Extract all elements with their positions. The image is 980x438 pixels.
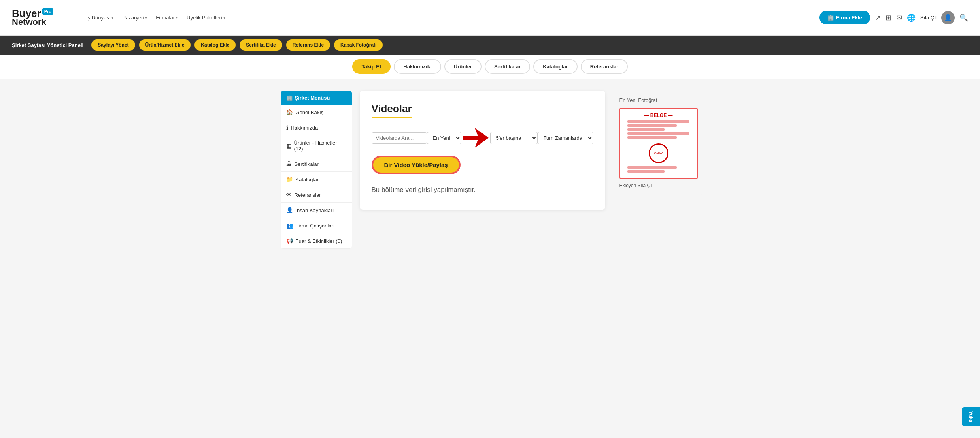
sidebar-item-referanslar[interactable]: 👁 Referanslar [281,187,352,203]
logo[interactable]: Buyer Pro Network [12,8,75,27]
user-label: Sıla Çil [920,15,937,21]
doc-line [627,136,677,139]
event-icon: 📢 [286,238,293,244]
doc-line [627,170,665,173]
doc-line [627,120,689,123]
sidebar-item-urunler[interactable]: ▦ Ürünler - Hizmetler (12) [281,135,352,156]
search-input[interactable] [372,132,427,144]
sidebar-item-fuar-etkinlikler[interactable]: 📢 Fuar & Etkinlikler (0) [281,233,352,249]
header-actions: 🏢 Firma Ekle ↗ ⊞ ✉ 🌐 Sıla Çil 👤 🔍 [819,11,968,24]
main-nav: İş Dünyası ▾ Pazaryeri ▾ Firmalar ▾ Üyel… [83,13,812,22]
upload-video-button[interactable]: Bir Video Yükle/Paylaş [372,156,461,174]
videos-toolbar: En Yeni En Eski 5'er başına 10'ar başına… [372,128,593,148]
upload-btn-wrapper: Bir Video Yükle/Paylaş [372,156,461,174]
logo-network-text: Network [12,17,53,27]
tab-hakkimizda[interactable]: Hakkımızda [394,59,441,74]
photo-panel: En Yeni Fotoğraf — BELGE — ONAY [613,91,704,195]
doc-line [627,124,677,127]
tab-kataloglar[interactable]: Kataloglar [533,59,578,74]
team-icon: 👥 [286,222,293,229]
mail-icon[interactable]: ✉ [896,13,902,22]
sayfayi-yonet-button[interactable]: Sayfayı Yönet [91,39,135,51]
chevron-down-icon: ▾ [145,15,147,20]
kapak-fotografi-button[interactable]: Kapak Fotoğrafı [334,39,383,51]
admin-bar: Şirket Sayfası Yönetici Paneli Sayfayı Y… [0,36,980,55]
doc-line [627,128,665,131]
tab-sertifikalar[interactable]: Sertifikalar [485,59,530,74]
per-page-select[interactable]: 5'er başına 10'ar başına 20'şer başına [490,132,538,144]
logo-pro-badge: Pro [42,8,53,15]
sidebar-item-kataloglar[interactable]: 📁 Kataloglar [281,172,352,187]
admin-bar-title: Şirket Sayfası Yönetici Paneli [12,42,83,48]
nav-item-pazaryeri[interactable]: Pazaryeri ▾ [119,13,150,22]
doc-lines [627,120,689,140]
tab-takip-et[interactable]: Takip Et [352,59,391,74]
header: Buyer Pro Network İş Dünyası ▾ Pazaryeri… [0,0,980,36]
external-link-icon[interactable]: ↗ [875,13,881,22]
ref-icon: 👁 [286,192,292,198]
search-icon[interactable]: 🔍 [959,13,968,22]
doc-stamp: ONAY [649,143,668,163]
doc-line [627,166,677,169]
sidebar-item-firma-calisanlari[interactable]: 👥 Firma Çalışanları [281,218,352,233]
chevron-down-icon: ▾ [111,15,113,20]
certificate-icon: 🏛 [286,161,292,167]
nav-item-is-dunyasi[interactable]: İş Dünyası ▾ [83,13,117,22]
doc-lines-bottom [627,166,689,174]
sidebar-item-hakkimizda[interactable]: ℹ Hakkımızda [281,120,352,135]
time-select[interactable]: Tum Zamanlarda Bu Ay Bu Yıl [538,132,593,144]
sort-select[interactable]: En Yeni En Eski [427,132,461,144]
sidebar: 🏢 Şirket Menüsü 🏠 Genel Bakış ℹ Hakkımız… [281,91,352,249]
chevron-down-icon: ▾ [223,15,225,20]
videos-card: Videolar En Yeni En Eski 5'er başına 10'… [360,91,605,210]
menu-icon: 🏢 [286,95,293,101]
catalog-icon: 📁 [286,176,293,182]
avatar[interactable]: 👤 [941,11,955,24]
nav-item-firmalar[interactable]: Firmalar ▾ [153,13,181,22]
right-panel: En Yeni Fotoğraf — BELGE — ONAY [613,91,704,195]
people-icon: 👤 [286,207,293,213]
photo-adder-label: Ekleyen Sıla Çil [619,183,698,188]
main-container: 🏢 Şirket Menüsü 🏠 Genel Bakış ℹ Hakkımız… [273,91,708,249]
svg-marker-0 [463,128,489,148]
sidebar-item-insan-kaynaklari[interactable]: 👤 İnsan Kaynakları [281,203,352,218]
no-data-text: Bu bölüme veri girişi yapılmamıştır. [372,186,593,194]
photo-preview: — BELGE — ONAY [619,108,698,179]
katalog-ekle-button[interactable]: Katalog Ekle [194,39,236,51]
grid2-icon: ▦ [286,143,291,149]
tab-urunler[interactable]: Ürünler [444,59,482,74]
info-icon: ℹ [286,124,288,131]
referans-ekle-button[interactable]: Referans Ekle [286,39,330,51]
building-icon: 🏢 [827,15,834,21]
chevron-down-icon: ▾ [176,15,178,20]
red-arrow-indicator [463,128,489,148]
main-content: Videolar En Yeni En Eski 5'er başına 10'… [360,91,605,210]
sertifika-ekle-button[interactable]: Sertifika Ekle [240,39,282,51]
sidebar-menu-header: 🏢 Şirket Menüsü [281,91,352,105]
globe-icon[interactable]: 🌐 [907,13,916,22]
doc-line [627,132,689,135]
secondary-nav: Takip Et Hakkımızda Ürünler Sertifikalar… [0,55,980,79]
doc-title: — BELGE — [644,113,672,118]
sidebar-item-sertifikalar[interactable]: 🏛 Sertifikalar [281,156,352,172]
home-icon: 🏠 [286,109,293,115]
sidebar-item-genel-bakis[interactable]: 🏠 Genel Bakış [281,105,352,120]
videos-title: Videolar [372,103,412,118]
tab-referanslar[interactable]: Referanslar [581,59,628,74]
nav-item-uyelik[interactable]: Üyelik Paketleri ▾ [183,13,228,22]
urun-hizmet-ekle-button[interactable]: Ürün/Hizmet Ekle [139,39,191,51]
firma-ekle-button[interactable]: 🏢 Firma Ekle [819,11,870,24]
photo-panel-title: En Yeni Fotoğraf [619,97,698,103]
grid-icon[interactable]: ⊞ [886,13,891,22]
